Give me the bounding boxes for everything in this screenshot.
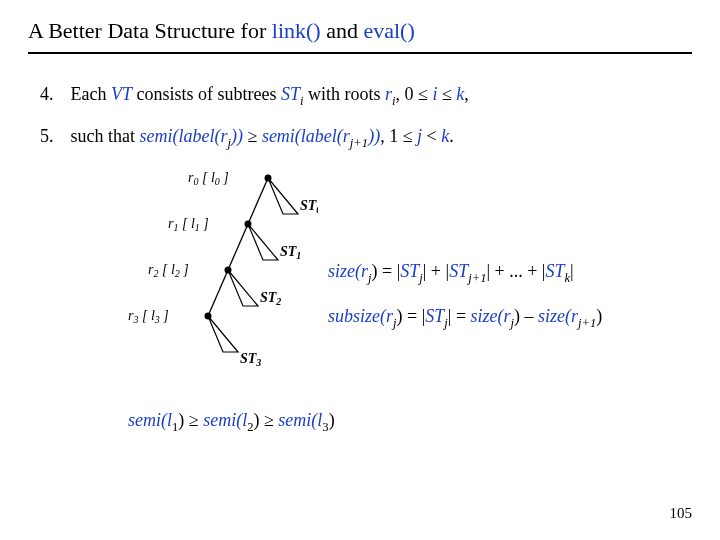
page-number: 105 [670,505,693,522]
point-5-num: 5. [40,124,66,149]
svg-text:ST2: ST2 [260,290,281,307]
slide-title: A Better Data Structure for link() and e… [28,18,692,44]
svg-text:r0 [ l0 ]: r0 [ l0 ] [188,170,229,187]
svg-line-2 [208,270,228,316]
point-4: 4. Each VT consists of subtrees STi with… [40,82,692,110]
svg-marker-10 [208,316,238,352]
svg-text:r2 [ l2 ]: r2 [ l2 ] [148,262,189,279]
title-rule [28,52,692,54]
svg-marker-7 [268,178,298,214]
svg-text:ST0: ST0 [300,198,318,215]
title-link: link() [272,18,321,43]
eq-size: size(rj) = |STj| + |STj+1| + ... + |STk| [328,261,574,286]
title-and: and [321,18,364,43]
eq-subsize: subsize(rj) = |STj| = size(rj) – size(rj… [328,306,602,331]
svg-marker-8 [248,224,278,260]
diagram: r0 [ l0 ] r1 [ l1 ] r2 [ l2 ] r3 [ l3 ] … [68,166,692,396]
svg-text:r3 [ l3 ]: r3 [ l3 ] [128,308,169,325]
svg-marker-9 [228,270,258,306]
svg-line-1 [228,224,248,270]
svg-line-0 [248,178,268,224]
svg-text:ST1: ST1 [280,244,301,261]
tree-svg: r0 [ l0 ] r1 [ l1 ] r2 [ l2 ] r3 [ l3 ] … [68,166,318,396]
point-5: 5. such that semi(label(rj)) ≥ semi(labe… [40,124,692,152]
bottom-inequality: semi(l1) ≥ semi(l2) ≥ semi(l3) [128,410,692,435]
svg-text:ST3: ST3 [240,351,261,368]
svg-text:r1 [ l1 ]: r1 [ l1 ] [168,216,209,233]
title-prefix: A Better Data Structure for [28,18,272,43]
title-eval: eval() [363,18,414,43]
point-4-num: 4. [40,82,66,107]
